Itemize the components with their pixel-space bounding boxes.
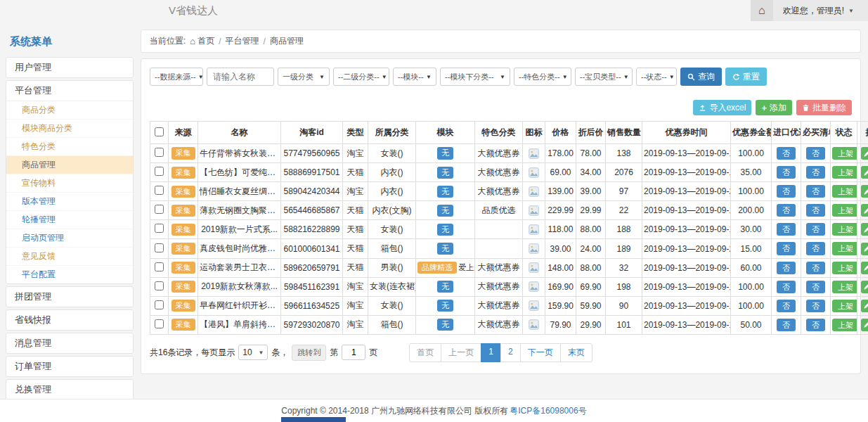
- filter-select-featured-category[interactable]: --特色分类--▼: [514, 68, 571, 86]
- status-toggle[interactable]: 上架: [832, 262, 857, 274]
- sidebar-item[interactable]: 轮播管理: [6, 210, 133, 229]
- sidebar-item[interactable]: 版本管理: [6, 192, 133, 210]
- row-checkbox[interactable]: [155, 243, 164, 252]
- edit-button[interactable]: [861, 223, 868, 236]
- pagination-page-2[interactable]: 2: [500, 343, 521, 362]
- import-select-toggle[interactable]: 否: [777, 223, 796, 236]
- sidebar-item[interactable]: 特色分类: [6, 137, 133, 155]
- reset-button[interactable]: 重置: [725, 68, 767, 86]
- edit-button[interactable]: [861, 166, 868, 179]
- add-button[interactable]: + 添加: [756, 100, 792, 115]
- row-checkbox[interactable]: [155, 224, 164, 233]
- import-select-toggle[interactable]: 否: [777, 147, 796, 160]
- status-toggle[interactable]: 上架: [832, 242, 857, 255]
- sidebar-item[interactable]: 启动页管理: [6, 229, 133, 247]
- user-menu[interactable]: 欢迎您，管理员! ▼: [773, 0, 868, 21]
- sidebar-group-toggle[interactable]: 拼团管理: [6, 287, 133, 307]
- sidebar-item[interactable]: 商品管理: [6, 155, 133, 174]
- import-select-toggle[interactable]: 否: [777, 300, 796, 312]
- status-toggle[interactable]: 上架: [832, 281, 857, 293]
- icp-link[interactable]: 粤ICP备16098006号: [510, 405, 586, 417]
- must-buy-toggle[interactable]: 否: [806, 166, 825, 179]
- sidebar-title: 系统菜单: [6, 30, 134, 57]
- row-checkbox[interactable]: [155, 281, 164, 290]
- filter-select-module-subcategory[interactable]: --模块下分类--▼: [440, 68, 510, 86]
- sidebar-group-toggle[interactable]: 平台管理: [6, 81, 133, 101]
- pagination-last[interactable]: 末页: [560, 343, 592, 362]
- filter-select-item-type[interactable]: --宝贝类型--▼: [575, 68, 633, 86]
- batch-delete-button[interactable]: 批量删除: [796, 100, 852, 115]
- import-excel-button[interactable]: 导入excel: [693, 100, 751, 115]
- import-select-toggle[interactable]: 否: [777, 185, 796, 198]
- sidebar-group-toggle[interactable]: 省钱快报: [6, 310, 133, 330]
- must-buy-toggle[interactable]: 否: [806, 281, 825, 293]
- select-all-checkbox[interactable]: [155, 127, 164, 136]
- must-buy-toggle[interactable]: 否: [806, 319, 825, 331]
- edit-button[interactable]: [861, 243, 868, 255]
- filter-select-module[interactable]: --模块--▼: [393, 68, 436, 86]
- import-select-toggle[interactable]: 否: [777, 262, 796, 274]
- must-buy-toggle[interactable]: 否: [806, 242, 825, 255]
- pagination-prev[interactable]: 上一页: [441, 343, 481, 362]
- bottom-blue-strip: [281, 417, 346, 422]
- import-select-toggle[interactable]: 否: [777, 281, 796, 293]
- breadcrumb-item[interactable]: 平台管理: [226, 35, 259, 47]
- filter-select-data-source[interactable]: --数据来源--▼: [150, 68, 203, 86]
- name-search-input[interactable]: [207, 68, 274, 86]
- must-buy-toggle[interactable]: 否: [806, 300, 825, 312]
- jump-button[interactable]: 跳转到: [292, 345, 326, 361]
- row-checkbox[interactable]: [155, 300, 164, 309]
- pagination-page-1[interactable]: 1: [481, 343, 501, 362]
- sidebar-item[interactable]: 意见反馈: [6, 247, 133, 265]
- status-toggle[interactable]: 上架: [832, 223, 857, 236]
- sidebar-item[interactable]: 模块商品分类: [6, 119, 133, 137]
- import-select-toggle[interactable]: 否: [777, 204, 796, 217]
- status-toggle[interactable]: 上架: [832, 319, 857, 331]
- edit-button[interactable]: [861, 204, 868, 217]
- breadcrumb-item[interactable]: 商品管理: [270, 35, 304, 47]
- import-select-toggle[interactable]: 否: [777, 166, 796, 179]
- row-checkbox[interactable]: [155, 186, 164, 195]
- import-select-toggle[interactable]: 否: [777, 319, 796, 331]
- status-toggle[interactable]: 上架: [832, 300, 857, 312]
- must-buy-toggle[interactable]: 否: [806, 185, 825, 198]
- page-number-input[interactable]: [342, 345, 365, 360]
- edit-button[interactable]: [861, 185, 868, 198]
- must-buy-toggle[interactable]: 否: [806, 147, 825, 160]
- must-buy-toggle[interactable]: 否: [806, 204, 825, 217]
- row-checkbox[interactable]: [155, 319, 164, 328]
- pagination-next[interactable]: 下一页: [520, 343, 561, 362]
- row-checkbox[interactable]: [155, 148, 164, 157]
- breadcrumb-home[interactable]: ⌂ 首页: [190, 35, 214, 47]
- status-toggle[interactable]: 上架: [832, 147, 857, 160]
- edit-button[interactable]: [861, 262, 868, 274]
- status-toggle[interactable]: 上架: [832, 204, 857, 217]
- row-checkbox[interactable]: [155, 205, 164, 214]
- sidebar-item[interactable]: 宣传物料: [6, 174, 133, 192]
- import-select-toggle[interactable]: 否: [777, 242, 796, 255]
- sidebar-group-toggle[interactable]: 兑换管理: [6, 380, 133, 399]
- filter-select-level1-category[interactable]: 一级分类▼: [278, 68, 330, 86]
- sidebar-item[interactable]: 商品分类: [6, 101, 133, 119]
- pagination-first[interactable]: 首页: [409, 343, 441, 362]
- row-checkbox[interactable]: [155, 167, 164, 176]
- edit-button[interactable]: [861, 147, 868, 160]
- status-toggle[interactable]: 上架: [832, 185, 857, 198]
- must-buy-toggle[interactable]: 否: [806, 223, 825, 236]
- filter-select-status[interactable]: --状态--▼: [636, 68, 677, 86]
- must-buy-toggle[interactable]: 否: [806, 262, 825, 274]
- edit-button[interactable]: [861, 281, 868, 293]
- edit-button[interactable]: [861, 319, 868, 331]
- sidebar-group-toggle[interactable]: 用户管理: [6, 58, 133, 77]
- page-size-select[interactable]: 10 ▼: [238, 345, 268, 360]
- batch-delete-label: 批量删除: [812, 102, 846, 114]
- edit-button[interactable]: [861, 300, 868, 312]
- sidebar-group-toggle[interactable]: 订单管理: [6, 357, 133, 376]
- home-button[interactable]: ⌂: [751, 0, 773, 21]
- filter-select-level2-category[interactable]: --二级分类--▼: [333, 68, 389, 86]
- row-checkbox[interactable]: [155, 262, 164, 271]
- sidebar-item[interactable]: 平台配置: [6, 265, 133, 283]
- sidebar-group-toggle[interactable]: 消息管理: [6, 333, 133, 353]
- search-button[interactable]: 查询: [680, 68, 722, 86]
- status-toggle[interactable]: 上架: [832, 166, 857, 179]
